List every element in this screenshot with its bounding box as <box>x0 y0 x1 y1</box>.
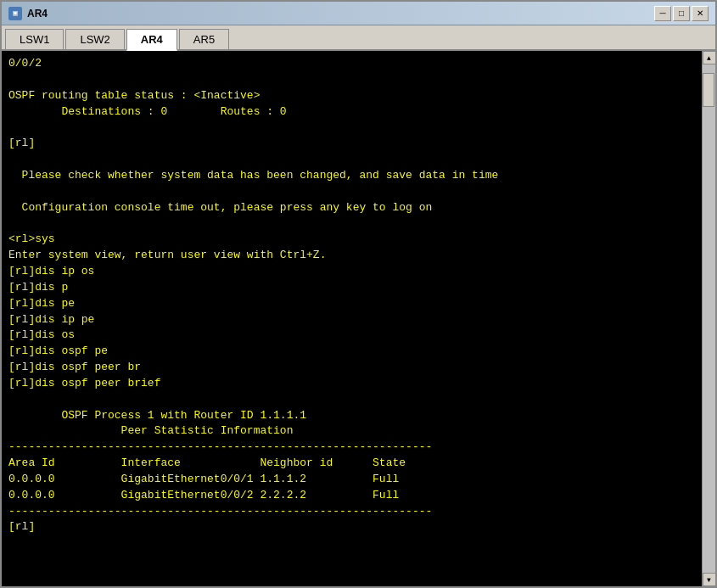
close-button[interactable]: ✕ <box>692 6 709 21</box>
app-icon: ▣ <box>8 7 22 20</box>
tab-lsw2[interactable]: LSW2 <box>65 29 124 49</box>
tab-lsw1[interactable]: LSW1 <box>5 29 64 49</box>
tab-ar5[interactable]: AR5 <box>179 29 229 49</box>
main-window: ▣ AR4 ─ □ ✕ LSW1 LSW2 AR4 AR5 0/0/2 OSPF… <box>0 0 717 588</box>
scroll-down-button[interactable]: ▼ <box>703 573 716 586</box>
content-area: 0/0/2 OSPF routing table status : <Inact… <box>2 51 715 586</box>
terminal-output[interactable]: 0/0/2 OSPF routing table status : <Inact… <box>2 51 702 586</box>
tabs-bar: LSW1 LSW2 AR4 AR5 <box>2 25 715 51</box>
title-controls: ─ □ ✕ <box>654 6 709 21</box>
title-bar-left: ▣ AR4 <box>8 7 48 20</box>
tab-ar4[interactable]: AR4 <box>126 29 177 51</box>
scroll-thumb[interactable] <box>703 73 714 107</box>
scroll-track <box>703 64 715 573</box>
window-title: AR4 <box>27 8 48 20</box>
title-bar: ▣ AR4 ─ □ ✕ <box>2 2 715 25</box>
scrollbar: ▲ ▼ <box>702 51 715 586</box>
maximize-button[interactable]: □ <box>673 6 690 21</box>
scroll-up-button[interactable]: ▲ <box>703 51 716 64</box>
minimize-button[interactable]: ─ <box>654 6 671 21</box>
